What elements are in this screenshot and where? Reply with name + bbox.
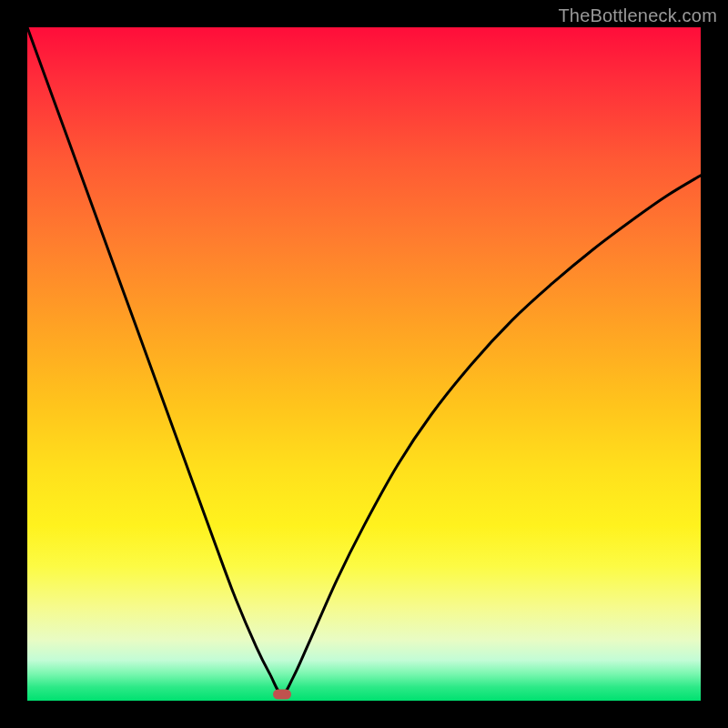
plot-area bbox=[27, 27, 701, 701]
bottleneck-curve bbox=[27, 27, 701, 701]
chart-frame: TheBottleneck.com bbox=[0, 0, 728, 728]
watermark-text: TheBottleneck.com bbox=[558, 5, 717, 26]
minimum-marker bbox=[273, 689, 291, 699]
